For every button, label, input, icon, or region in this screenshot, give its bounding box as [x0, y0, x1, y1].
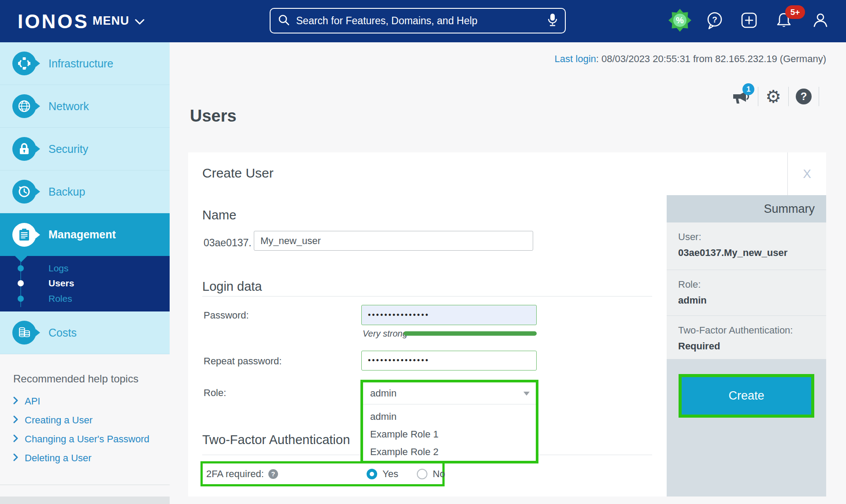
help-link-label: Deleting a User	[25, 452, 92, 464]
chevron-right-icon	[13, 452, 19, 464]
sidebar-item-users[interactable]: Users	[0, 277, 170, 290]
create-button-highlight: Create	[679, 374, 814, 418]
username-prefix: 03ae0137.	[204, 237, 252, 249]
twofa-required-label: 2FA required:	[206, 468, 264, 480]
password-label: Password:	[204, 310, 249, 321]
create-button[interactable]: Create	[682, 377, 811, 415]
chevron-right-icon	[13, 434, 19, 445]
help-link-label: Changing a User's Password	[25, 434, 149, 445]
role-options-list: admin Example Role 1 Example Role 2	[363, 404, 536, 461]
backup-clock-icon	[12, 180, 36, 204]
help-link-deleting-user[interactable]: Deleting a User	[13, 452, 92, 464]
create-user-dialog: Create User X Name 03ae0137. Login data …	[188, 152, 826, 497]
role-dropdown: admin admin Example Role 1 Example Role …	[360, 380, 538, 463]
twofa-section-heading: Two-Factor Authentication	[202, 433, 350, 447]
svg-text:%: %	[676, 15, 684, 25]
add-product-icon[interactable]	[740, 11, 758, 31]
name-section-heading: Name	[202, 208, 236, 222]
search-input[interactable]	[296, 15, 541, 27]
sidebar-item-costs[interactable]: Costs	[0, 311, 170, 354]
bullet-icon	[18, 296, 24, 302]
page-tool-icons: 1 ⚙ ?	[731, 86, 826, 107]
summary-label: Role:	[678, 279, 817, 290]
summary-value: admin	[678, 295, 817, 306]
last-login-line: Last login: 08/03/2023 20:55:31 from 82.…	[555, 53, 826, 65]
bullet-icon	[18, 265, 24, 271]
question-circle-icon[interactable]: ?	[796, 89, 812, 104]
twofa-yes-radio[interactable]	[367, 469, 377, 479]
sidebar-divider	[0, 485, 170, 485]
sidebar-label: Network	[48, 100, 89, 113]
network-globe-icon	[12, 94, 36, 118]
microphone-icon[interactable]	[547, 13, 558, 29]
summary-label: User:	[678, 231, 817, 243]
help-link-changing-password[interactable]: Changing a User's Password	[13, 434, 149, 445]
username-input[interactable]	[254, 231, 533, 251]
help-link-label: API	[25, 396, 40, 407]
submenu-label: Logs	[48, 263, 69, 274]
gear-icon[interactable]: ⚙	[765, 87, 781, 106]
repeat-password-label: Repeat password:	[204, 356, 282, 367]
role-option-admin[interactable]: admin	[363, 408, 536, 426]
submenu-label: Roles	[48, 293, 72, 304]
sidebar-label: Security	[48, 143, 88, 156]
management-submenu: Logs Users Roles	[0, 256, 170, 311]
role-option-example-2[interactable]: Example Role 2	[363, 443, 536, 461]
sidebar-item-roles[interactable]: Roles	[0, 292, 170, 305]
close-icon[interactable]: X	[787, 152, 826, 195]
chevron-right-icon	[13, 396, 19, 407]
twofa-no-label[interactable]: No	[433, 468, 445, 480]
percent-badge-icon[interactable]: %	[668, 9, 691, 33]
sidebar-label: Management	[48, 228, 116, 241]
bullet-icon	[18, 280, 24, 286]
page-title: Users	[190, 107, 237, 126]
password-strength-label: Very strong	[363, 329, 408, 339]
notification-count-badge: 5+	[785, 5, 805, 19]
password-input[interactable]	[361, 305, 537, 325]
role-label: Role:	[204, 387, 226, 399]
sidebar-item-network[interactable]: Network	[0, 85, 170, 128]
sidebar-nav: Infrastructure Network Security Backup M…	[0, 42, 170, 354]
last-login-link[interactable]: Last login	[555, 53, 596, 64]
chevron-down-icon	[135, 14, 145, 28]
twofa-no-radio[interactable]	[417, 469, 427, 479]
create-button-section: Create	[667, 359, 826, 497]
announcements-megaphone-icon[interactable]: 1	[731, 87, 751, 106]
role-selected-value: admin	[370, 388, 397, 399]
account-icon[interactable]	[812, 11, 829, 31]
password-strength-bar	[404, 331, 537, 336]
role-select[interactable]: admin	[363, 382, 536, 404]
sidebar-item-management[interactable]: Management	[0, 213, 170, 256]
menu-button[interactable]: MENU	[93, 14, 145, 28]
search-icon	[278, 14, 290, 28]
summary-value: Required	[678, 341, 817, 352]
repeat-password-input[interactable]	[361, 351, 537, 371]
ionos-logo[interactable]: IONOS	[18, 11, 89, 33]
sidebar-item-infrastructure[interactable]: Infrastructure	[0, 42, 170, 85]
last-login-value: : 08/03/2023 20:55:31 from 82.165.232.19…	[596, 53, 826, 64]
sidebar-label: Costs	[48, 326, 77, 339]
global-search	[270, 8, 566, 33]
sidebar-item-logs[interactable]: Logs	[0, 262, 170, 275]
top-navbar: IONOS MENU % ? 5+	[0, 0, 846, 42]
twofa-required-row: 2FA required: ? Yes No	[200, 461, 445, 486]
help-link-api[interactable]: API	[13, 396, 40, 407]
help-link-creating-user[interactable]: Creating a User	[13, 415, 93, 426]
sidebar-label: Infrastructure	[48, 57, 113, 70]
help-question-icon[interactable]: ?	[268, 469, 278, 479]
sidebar-item-security[interactable]: Security	[0, 128, 170, 170]
summary-panel: Summary User: 03ae0137.My_new_user Role:…	[667, 195, 826, 497]
chevron-down-icon	[523, 389, 530, 397]
help-chat-icon[interactable]: ?	[706, 11, 724, 31]
sidebar-bottom-strip	[0, 497, 170, 504]
twofa-yes-label[interactable]: Yes	[382, 468, 398, 480]
sidebar-item-backup[interactable]: Backup	[0, 170, 170, 213]
summary-row-user: User: 03ae0137.My_new_user	[667, 222, 826, 270]
ionos-control-panel: IONOS MENU % ? 5+	[0, 0, 846, 504]
summary-row-twofa: Two-Factor Authentication: Required	[667, 316, 826, 359]
help-link-label: Creating a User	[25, 415, 93, 426]
divider	[788, 87, 789, 106]
section-divider	[202, 296, 652, 296]
submenu-label: Users	[48, 278, 74, 289]
role-option-example-1[interactable]: Example Role 1	[363, 426, 536, 443]
